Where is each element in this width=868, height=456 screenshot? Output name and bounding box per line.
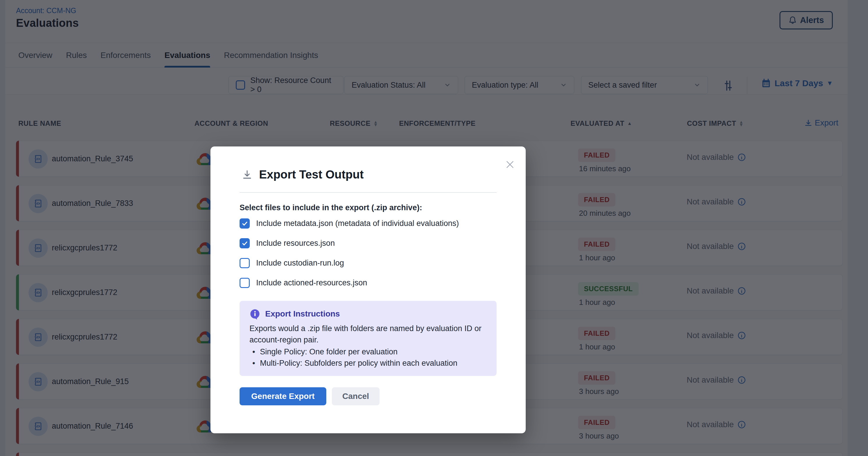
instruction-bullet: Multi-Policy: Subfolders per policy with…: [249, 358, 487, 369]
export-file-checkbox-row[interactable]: Include resources.json: [240, 238, 335, 248]
close-icon[interactable]: [505, 159, 515, 170]
download-icon: [242, 169, 253, 180]
info-bubble-icon: [249, 308, 260, 320]
export-instructions-body: Exports would a .zip file with folders a…: [249, 323, 487, 346]
modal-title: Export Test Output: [259, 168, 364, 181]
modal-section-label: Select files to include in the export (.…: [240, 203, 422, 212]
export-instructions-bullets: Single Policy: One folder per evaluation…: [249, 346, 487, 369]
export-instructions-title: Export Instructions: [265, 309, 340, 318]
modal-divider: [240, 192, 497, 193]
export-instructions-box: Export Instructions Exports would a .zip…: [240, 301, 497, 376]
cancel-button[interactable]: Cancel: [332, 387, 379, 405]
checkbox[interactable]: [240, 238, 250, 248]
checkbox-label: Include metadata.json (metadata of indiv…: [256, 219, 459, 228]
instruction-bullet: Single Policy: One folder per evaluation: [249, 346, 487, 358]
export-file-checkbox-row[interactable]: Include metadata.json (metadata of indiv…: [240, 218, 459, 229]
checkbox-label: Include resources.json: [256, 239, 335, 248]
generate-export-button[interactable]: Generate Export: [240, 387, 326, 405]
export-file-checkbox-row[interactable]: Include custodian-run.log: [240, 258, 344, 268]
checkbox-label: Include custodian-run.log: [256, 259, 344, 268]
checkbox-label: Include actioned-resources.json: [256, 278, 367, 287]
checkbox[interactable]: [240, 278, 250, 288]
export-file-checkbox-row[interactable]: Include actioned-resources.json: [240, 278, 367, 288]
checkbox[interactable]: [240, 258, 250, 268]
checkbox[interactable]: [240, 218, 250, 229]
export-test-output-modal: Export Test Output Select files to inclu…: [211, 147, 526, 433]
